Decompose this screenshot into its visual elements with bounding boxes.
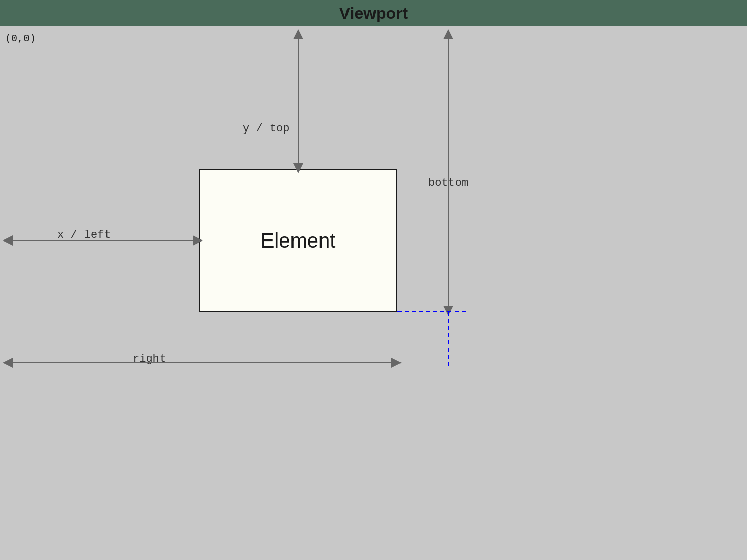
main-diagram-area: (0,0) Element y / top x / left bottom ri… [0,26,747,560]
element-box: Element [199,169,397,312]
viewport-header: Viewport [0,0,747,26]
right-label: right [132,353,166,365]
x-left-label: x / left [57,229,111,242]
header-title: Viewport [339,4,408,23]
element-label: Element [261,229,336,252]
bottom-label: bottom [428,177,468,190]
y-top-label: y / top [243,122,289,135]
origin-label: (0,0) [5,33,36,44]
